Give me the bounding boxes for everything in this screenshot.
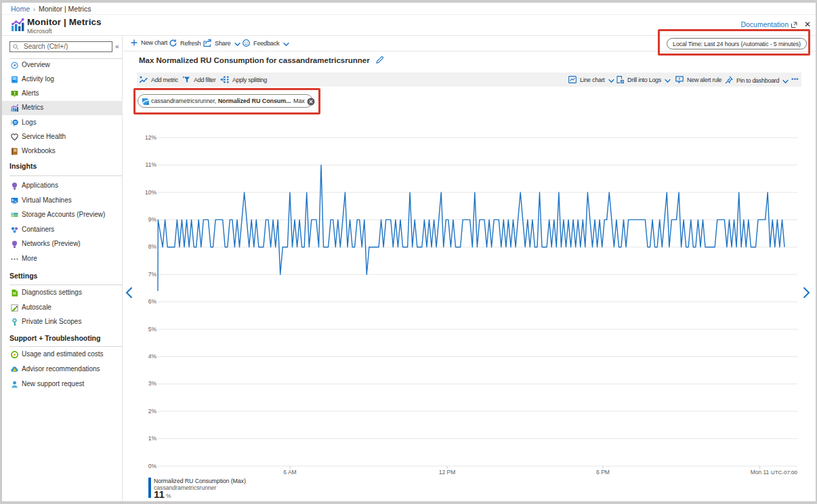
- svg-text:6 PM: 6 PM: [596, 469, 610, 476]
- svg-text:9%: 9%: [148, 216, 157, 223]
- svg-text:7%: 7%: [148, 271, 157, 278]
- svg-text:2%: 2%: [148, 408, 157, 415]
- svg-text:10%: 10%: [145, 189, 156, 196]
- svg-text:0%: 0%: [148, 463, 157, 469]
- svg-text:6%: 6%: [148, 298, 157, 305]
- svg-text:12%: 12%: [145, 134, 156, 141]
- svg-text:11%: 11%: [146, 161, 157, 168]
- svg-text:UTC-07:00: UTC-07:00: [771, 469, 798, 476]
- svg-text:3%: 3%: [148, 380, 157, 387]
- svg-text:5%: 5%: [148, 326, 157, 333]
- svg-text:12 PM: 12 PM: [439, 469, 456, 476]
- svg-text:Mon 11: Mon 11: [751, 469, 770, 476]
- svg-text:8%: 8%: [148, 243, 157, 250]
- svg-text:4%: 4%: [148, 353, 157, 360]
- svg-text:1%: 1%: [148, 435, 157, 442]
- svg-text:6 AM: 6 AM: [283, 469, 296, 476]
